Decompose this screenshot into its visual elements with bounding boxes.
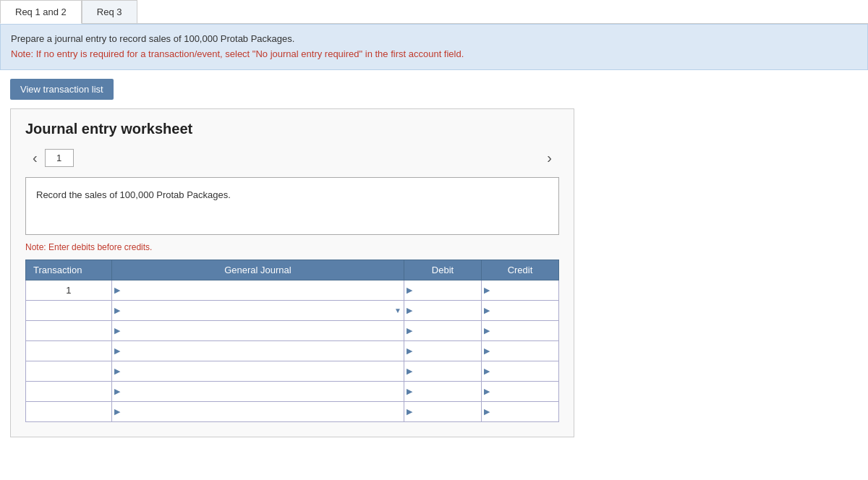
dropdown-arrow-icon[interactable]: ▼ <box>394 307 401 314</box>
cell-arrow-icon: ▶ <box>114 306 120 315</box>
debit-cell[interactable]: ▶ <box>404 320 482 340</box>
tab-req-1-2[interactable]: Req 1 and 2 <box>0 0 82 24</box>
credit-cell[interactable]: ▶ <box>481 280 558 300</box>
description-text: Record the sales of 100,000 Protab Packa… <box>36 189 231 200</box>
credit-cell[interactable]: ▶ <box>481 300 558 320</box>
debit-credit-note: Note: Enter debits before credits. <box>25 242 559 252</box>
instruction-box: Prepare a journal entry to record sales … <box>0 24 868 70</box>
credit-cell[interactable]: ▶ <box>481 320 558 340</box>
debit-cell-arrow-icon: ▶ <box>407 387 412 396</box>
debit-cell-arrow-icon: ▶ <box>407 306 412 315</box>
col-header-credit: Credit <box>481 260 558 280</box>
debit-cell[interactable]: ▶ <box>404 361 482 381</box>
debit-cell[interactable]: ▶ <box>404 340 482 361</box>
description-box: Record the sales of 100,000 Protab Packa… <box>25 177 559 235</box>
cell-arrow-icon: ▶ <box>114 367 120 376</box>
credit-cell-arrow-icon: ▶ <box>484 346 490 356</box>
credit-cell-arrow-icon: ▶ <box>484 286 490 295</box>
tabs-bar: Req 1 and 2 Req 3 <box>0 0 868 24</box>
journal-table: Transaction General Journal Debit Credit… <box>25 260 559 422</box>
col-header-general-journal: General Journal <box>111 260 404 280</box>
cell-arrow-icon: ▶ <box>114 286 120 295</box>
journal-cell[interactable]: ▶ <box>111 280 404 300</box>
debit-cell-arrow-icon: ▶ <box>407 367 412 376</box>
transaction-cell <box>26 381 112 401</box>
prev-arrow[interactable]: ‹ <box>25 150 45 166</box>
table-row: ▶▶▶ <box>26 401 559 421</box>
debit-cell-arrow-icon: ▶ <box>407 407 412 416</box>
transaction-cell <box>26 320 112 340</box>
debit-cell[interactable]: ▶ <box>404 401 482 421</box>
view-transaction-button[interactable]: View transaction list <box>10 79 114 100</box>
table-row: ▶▶▶ <box>26 340 559 361</box>
tab-req-3[interactable]: Req 3 <box>82 0 137 23</box>
cell-arrow-icon: ▶ <box>114 387 120 396</box>
nav-row: ‹ 1 › <box>25 149 559 167</box>
transaction-cell <box>26 361 112 381</box>
journal-cell[interactable]: ▶ <box>111 361 404 381</box>
debit-cell[interactable]: ▶ <box>404 300 482 320</box>
credit-cell[interactable]: ▶ <box>481 361 558 381</box>
credit-cell-arrow-icon: ▶ <box>484 306 490 315</box>
instruction-main-text: Prepare a journal entry to record sales … <box>11 33 294 44</box>
cell-arrow-icon: ▶ <box>114 346 120 356</box>
credit-cell[interactable]: ▶ <box>481 340 558 361</box>
journal-cell[interactable]: ▶ <box>111 381 404 401</box>
table-row: 1▶▶▶ <box>26 280 559 300</box>
transaction-cell <box>26 401 112 421</box>
credit-cell[interactable]: ▶ <box>481 381 558 401</box>
cell-arrow-icon: ▶ <box>114 326 120 335</box>
page-container: Req 1 and 2 Req 3 Prepare a journal entr… <box>0 0 868 480</box>
debit-cell-arrow-icon: ▶ <box>407 286 412 295</box>
journal-cell[interactable]: ▶ <box>111 340 404 361</box>
journal-entry-worksheet: Journal entry worksheet ‹ 1 › Record the… <box>10 108 574 437</box>
col-header-transaction: Transaction <box>26 260 112 280</box>
instruction-note-text: Note: If no entry is required for a tran… <box>11 48 464 59</box>
transaction-cell <box>26 300 112 320</box>
debit-cell-arrow-icon: ▶ <box>407 326 412 335</box>
journal-cell[interactable]: ▶▼ <box>111 300 404 320</box>
table-row: ▶▶▶ <box>26 361 559 381</box>
transaction-cell: 1 <box>26 280 112 300</box>
debit-cell[interactable]: ▶ <box>404 280 482 300</box>
credit-cell-arrow-icon: ▶ <box>484 407 490 416</box>
table-row: ▶▼▶▶ <box>26 300 559 320</box>
credit-cell-arrow-icon: ▶ <box>484 326 490 335</box>
table-row: ▶▶▶ <box>26 381 559 401</box>
credit-cell[interactable]: ▶ <box>481 401 558 421</box>
col-header-debit: Debit <box>404 260 482 280</box>
debit-cell[interactable]: ▶ <box>404 381 482 401</box>
next-arrow[interactable]: › <box>540 150 559 166</box>
table-row: ▶▶▶ <box>26 320 559 340</box>
journal-cell[interactable]: ▶ <box>111 401 404 421</box>
credit-cell-arrow-icon: ▶ <box>484 367 490 376</box>
credit-cell-arrow-icon: ▶ <box>484 387 490 396</box>
cell-arrow-icon: ▶ <box>114 407 120 416</box>
transaction-cell <box>26 340 112 361</box>
worksheet-title: Journal entry worksheet <box>25 121 559 137</box>
current-page-number: 1 <box>45 149 74 167</box>
debit-cell-arrow-icon: ▶ <box>407 346 412 356</box>
journal-cell[interactable]: ▶ <box>111 320 404 340</box>
